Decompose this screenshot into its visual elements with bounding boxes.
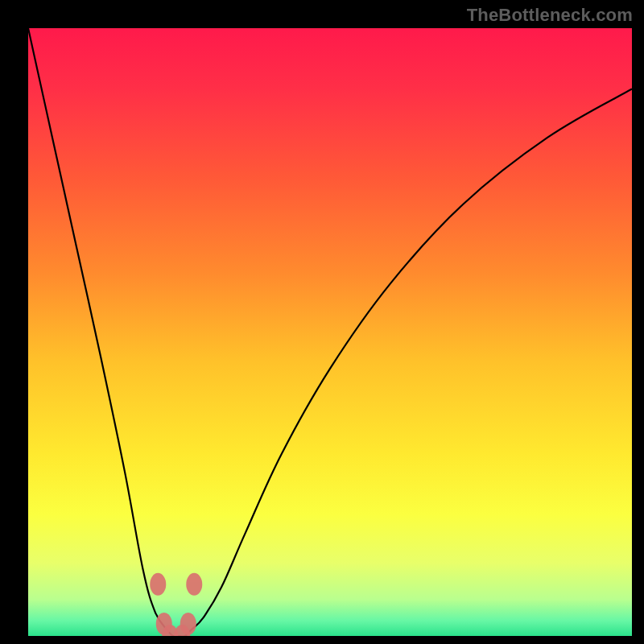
chart-stage: TheBottleneck.com: [0, 0, 644, 644]
curve-markers: [150, 573, 202, 636]
curve-marker: [186, 573, 202, 596]
curve-marker: [150, 573, 166, 596]
plot-area: [28, 28, 632, 636]
watermark-text: TheBottleneck.com: [467, 5, 633, 26]
curve-layer: [28, 28, 632, 636]
bottleneck-curve: [28, 28, 632, 636]
